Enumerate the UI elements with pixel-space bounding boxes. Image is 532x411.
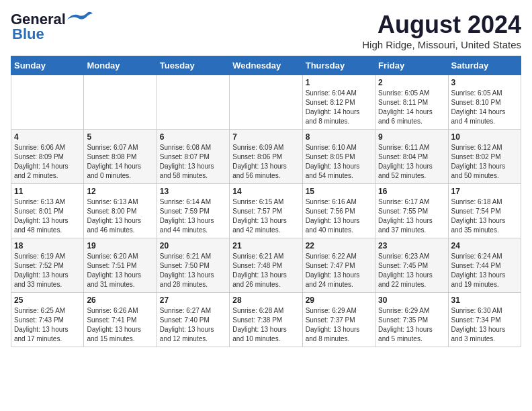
day-info: Sunrise: 6:14 AM Sunset: 7:59 PM Dayligh… — [160, 198, 214, 234]
day-number: 31 — [451, 295, 518, 305]
day-cell-19: 19Sunrise: 6:20 AM Sunset: 7:51 PM Dayli… — [84, 238, 157, 293]
day-cell-1: 1Sunrise: 6:04 AM Sunset: 8:12 PM Daylig… — [302, 75, 375, 130]
day-number: 22 — [306, 241, 372, 250]
day-info: Sunrise: 6:22 AM Sunset: 7:47 PM Dayligh… — [306, 253, 360, 288]
day-number: 18 — [14, 241, 81, 250]
day-info: Sunrise: 6:17 AM Sunset: 7:55 PM Dayligh… — [378, 198, 433, 234]
day-number: 3 — [451, 78, 518, 87]
title-area: August 2024 High Ridge, Missouri, United… — [362, 11, 521, 50]
day-number: 16 — [378, 187, 445, 196]
header-cell-thursday: Thursday — [302, 56, 375, 75]
day-number: 9 — [378, 132, 445, 142]
day-cell-25: 25Sunrise: 6:25 AM Sunset: 7:43 PM Dayli… — [11, 293, 84, 347]
day-number: 23 — [378, 241, 445, 250]
logo: General Blue — [11, 11, 93, 43]
header-cell-sunday: Sunday — [11, 56, 84, 75]
day-number: 2 — [378, 78, 445, 87]
day-info: Sunrise: 6:13 AM Sunset: 8:01 PM Dayligh… — [14, 198, 69, 234]
day-number: 26 — [87, 295, 153, 305]
day-number: 17 — [451, 187, 518, 196]
day-info: Sunrise: 6:07 AM Sunset: 8:08 PM Dayligh… — [87, 144, 141, 179]
week-row-1: 1Sunrise: 6:04 AM Sunset: 8:12 PM Daylig… — [11, 75, 521, 130]
day-number: 20 — [160, 241, 226, 250]
day-info: Sunrise: 6:08 AM Sunset: 8:07 PM Dayligh… — [160, 144, 214, 179]
day-number: 5 — [87, 132, 153, 142]
header-cell-monday: Monday — [84, 56, 157, 75]
day-number: 24 — [451, 241, 518, 250]
day-info: Sunrise: 6:24 AM Sunset: 7:44 PM Dayligh… — [451, 253, 506, 288]
day-number: 19 — [87, 241, 153, 250]
header-cell-tuesday: Tuesday — [157, 56, 229, 75]
day-info: Sunrise: 6:12 AM Sunset: 8:02 PM Dayligh… — [451, 144, 506, 179]
day-cell-12: 12Sunrise: 6:13 AM Sunset: 8:00 PM Dayli… — [84, 184, 157, 238]
day-number: 7 — [232, 132, 299, 142]
day-cell-24: 24Sunrise: 6:24 AM Sunset: 7:44 PM Dayli… — [448, 238, 521, 293]
day-number: 15 — [306, 187, 372, 196]
day-info: Sunrise: 6:29 AM Sunset: 7:35 PM Dayligh… — [378, 307, 433, 342]
day-info: Sunrise: 6:19 AM Sunset: 7:52 PM Dayligh… — [14, 253, 69, 288]
day-info: Sunrise: 6:28 AM Sunset: 7:38 PM Dayligh… — [232, 307, 287, 342]
day-cell-31: 31Sunrise: 6:30 AM Sunset: 7:34 PM Dayli… — [448, 293, 521, 347]
day-number: 29 — [306, 295, 372, 305]
day-info: Sunrise: 6:21 AM Sunset: 7:48 PM Dayligh… — [232, 253, 287, 288]
day-info: Sunrise: 6:04 AM Sunset: 8:12 PM Dayligh… — [306, 89, 360, 125]
day-cell-18: 18Sunrise: 6:19 AM Sunset: 7:52 PM Dayli… — [11, 238, 84, 293]
day-number: 25 — [14, 295, 81, 305]
logo-blue: Blue — [12, 26, 44, 43]
day-cell-3: 3Sunrise: 6:05 AM Sunset: 8:10 PM Daylig… — [448, 75, 521, 130]
day-info: Sunrise: 6:05 AM Sunset: 8:10 PM Dayligh… — [451, 89, 506, 125]
day-cell-20: 20Sunrise: 6:21 AM Sunset: 7:50 PM Dayli… — [157, 238, 229, 293]
day-cell-13: 13Sunrise: 6:14 AM Sunset: 7:59 PM Dayli… — [157, 184, 229, 238]
day-number: 10 — [451, 132, 518, 142]
calendar-table: SundayMondayTuesdayWednesdayThursdayFrid… — [11, 56, 521, 347]
day-info: Sunrise: 6:25 AM Sunset: 7:43 PM Dayligh… — [14, 307, 69, 342]
day-cell-26: 26Sunrise: 6:26 AM Sunset: 7:41 PM Dayli… — [84, 293, 157, 347]
day-info: Sunrise: 6:26 AM Sunset: 7:41 PM Dayligh… — [87, 307, 141, 342]
day-cell-15: 15Sunrise: 6:16 AM Sunset: 7:56 PM Dayli… — [302, 184, 375, 238]
day-number: 4 — [14, 132, 81, 142]
day-info: Sunrise: 6:23 AM Sunset: 7:45 PM Dayligh… — [378, 253, 433, 288]
day-info: Sunrise: 6:18 AM Sunset: 7:54 PM Dayligh… — [451, 198, 506, 234]
day-number: 1 — [306, 78, 372, 87]
day-cell-14: 14Sunrise: 6:15 AM Sunset: 7:57 PM Dayli… — [230, 184, 302, 238]
header-cell-saturday: Saturday — [448, 56, 521, 75]
day-cell-11: 11Sunrise: 6:13 AM Sunset: 8:01 PM Dayli… — [11, 184, 84, 238]
calendar-subtitle: High Ridge, Missouri, United States — [362, 39, 521, 50]
day-info: Sunrise: 6:30 AM Sunset: 7:34 PM Dayligh… — [451, 307, 506, 342]
day-info: Sunrise: 6:15 AM Sunset: 7:57 PM Dayligh… — [232, 198, 287, 234]
day-cell-7: 7Sunrise: 6:09 AM Sunset: 8:06 PM Daylig… — [230, 130, 302, 184]
day-cell-22: 22Sunrise: 6:22 AM Sunset: 7:47 PM Dayli… — [302, 238, 375, 293]
day-cell-21: 21Sunrise: 6:21 AM Sunset: 7:48 PM Dayli… — [230, 238, 302, 293]
day-cell-29: 29Sunrise: 6:29 AM Sunset: 7:37 PM Dayli… — [302, 293, 375, 347]
day-info: Sunrise: 6:05 AM Sunset: 8:11 PM Dayligh… — [378, 89, 433, 125]
day-cell-27: 27Sunrise: 6:27 AM Sunset: 7:40 PM Dayli… — [157, 293, 229, 347]
day-cell-6: 6Sunrise: 6:08 AM Sunset: 8:07 PM Daylig… — [157, 130, 229, 184]
day-number: 14 — [232, 187, 299, 196]
day-cell-2: 2Sunrise: 6:05 AM Sunset: 8:11 PM Daylig… — [375, 75, 448, 130]
header-cell-friday: Friday — [375, 56, 448, 75]
week-row-5: 25Sunrise: 6:25 AM Sunset: 7:43 PM Dayli… — [11, 293, 521, 347]
day-info: Sunrise: 6:09 AM Sunset: 8:06 PM Dayligh… — [232, 144, 287, 179]
day-cell-empty — [11, 75, 84, 130]
day-info: Sunrise: 6:06 AM Sunset: 8:09 PM Dayligh… — [14, 144, 69, 179]
day-info: Sunrise: 6:29 AM Sunset: 7:37 PM Dayligh… — [306, 307, 360, 342]
day-number: 21 — [232, 241, 299, 250]
logo-bird-icon — [67, 11, 93, 25]
day-cell-empty — [230, 75, 302, 130]
day-number: 30 — [378, 295, 445, 305]
day-info: Sunrise: 6:10 AM Sunset: 8:05 PM Dayligh… — [306, 144, 360, 179]
calendar-title: August 2024 — [362, 11, 521, 39]
day-cell-empty — [157, 75, 229, 130]
day-info: Sunrise: 6:27 AM Sunset: 7:40 PM Dayligh… — [160, 307, 214, 342]
day-cell-28: 28Sunrise: 6:28 AM Sunset: 7:38 PM Dayli… — [230, 293, 302, 347]
day-number: 27 — [160, 295, 226, 305]
day-cell-23: 23Sunrise: 6:23 AM Sunset: 7:45 PM Dayli… — [375, 238, 448, 293]
header-row: SundayMondayTuesdayWednesdayThursdayFrid… — [11, 56, 521, 75]
page-header: General Blue August 2024 High Ridge, Mis… — [11, 11, 521, 50]
day-number: 6 — [160, 132, 226, 142]
day-number: 8 — [306, 132, 372, 142]
day-info: Sunrise: 6:13 AM Sunset: 8:00 PM Dayligh… — [87, 198, 141, 234]
day-cell-4: 4Sunrise: 6:06 AM Sunset: 8:09 PM Daylig… — [11, 130, 84, 184]
header-cell-wednesday: Wednesday — [230, 56, 302, 75]
day-cell-16: 16Sunrise: 6:17 AM Sunset: 7:55 PM Dayli… — [375, 184, 448, 238]
